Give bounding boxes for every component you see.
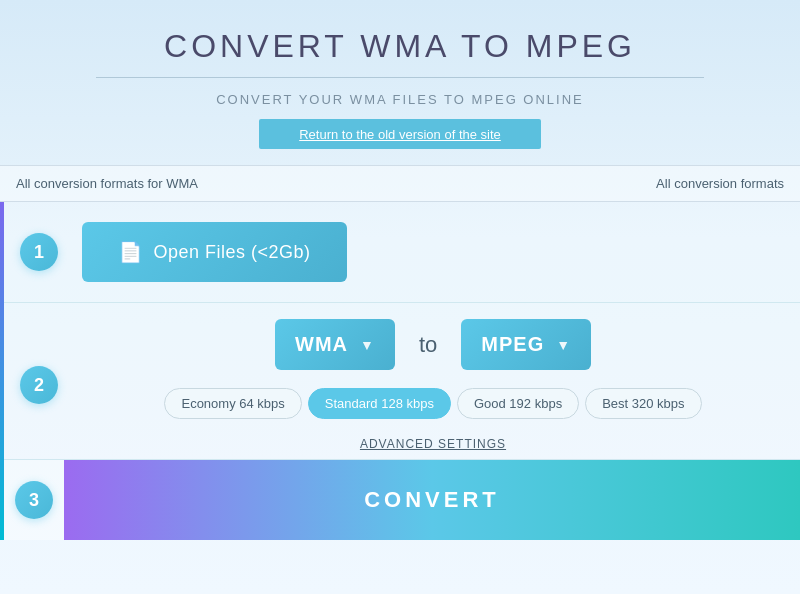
to-separator: to	[419, 332, 437, 358]
format-row: WMA ▼ to MPEG ▼	[275, 319, 591, 370]
quality-best-button[interactable]: Best 320 kbps	[585, 388, 701, 419]
quality-standard-button[interactable]: Standard 128 kbps	[308, 388, 451, 419]
return-link[interactable]: Return to the old version of the site	[299, 127, 501, 142]
quality-row: Economy 64 kbps Standard 128 kbps Good 1…	[164, 388, 701, 419]
nav-left-text[interactable]: All conversion formats for WMA	[16, 176, 198, 191]
open-files-button[interactable]: 📄 Open Files (<2Gb)	[82, 222, 347, 282]
header-subtitle: CONVERT YOUR WMA FILES TO MPEG ONLINE	[20, 92, 780, 107]
step-3-row: 3 CONVERT	[4, 460, 800, 540]
step-1-number: 1	[34, 242, 44, 263]
quality-good-button[interactable]: Good 192 kbps	[457, 388, 579, 419]
to-format-label: MPEG	[481, 333, 544, 356]
file-icon: 📄	[118, 240, 144, 264]
quality-economy-button[interactable]: Economy 64 kbps	[164, 388, 301, 419]
step-2-number: 2	[34, 375, 44, 396]
from-format-dropdown[interactable]: WMA ▼	[275, 319, 395, 370]
step-3-circle-wrap: 3	[4, 460, 64, 540]
main-content: 1 📄 Open Files (<2Gb) 2 WMA ▼ to MPEG	[0, 202, 800, 540]
step-1-content: 📄 Open Files (<2Gb)	[82, 222, 784, 282]
step-1-circle: 1	[20, 233, 58, 271]
page-title: CONVERT WMA TO MPEG	[20, 28, 780, 65]
step-1-row: 1 📄 Open Files (<2Gb)	[4, 202, 800, 303]
to-format-dropdown[interactable]: MPEG ▼	[461, 319, 591, 370]
from-format-label: WMA	[295, 333, 348, 356]
step-2-row: 2 WMA ▼ to MPEG ▼ Economy 64 kbps Standa…	[4, 303, 800, 460]
advanced-settings-link[interactable]: ADVANCED SETTINGS	[360, 437, 506, 451]
step-2-content: WMA ▼ to MPEG ▼ Economy 64 kbps Standard…	[82, 319, 784, 451]
step-3-circle: 3	[15, 481, 53, 519]
header-divider	[96, 77, 704, 78]
convert-button[interactable]: CONVERT	[64, 460, 800, 540]
nav-right-text[interactable]: All conversion formats	[656, 176, 784, 191]
to-format-chevron-icon: ▼	[556, 337, 571, 353]
header: CONVERT WMA TO MPEG CONVERT YOUR WMA FIL…	[0, 0, 800, 165]
step-3-number: 3	[29, 490, 39, 511]
return-link-bar: Return to the old version of the site	[259, 119, 541, 149]
open-files-label: Open Files (<2Gb)	[154, 242, 311, 263]
from-format-chevron-icon: ▼	[360, 337, 375, 353]
step-2-circle: 2	[20, 366, 58, 404]
nav-bar: All conversion formats for WMA All conve…	[0, 165, 800, 202]
